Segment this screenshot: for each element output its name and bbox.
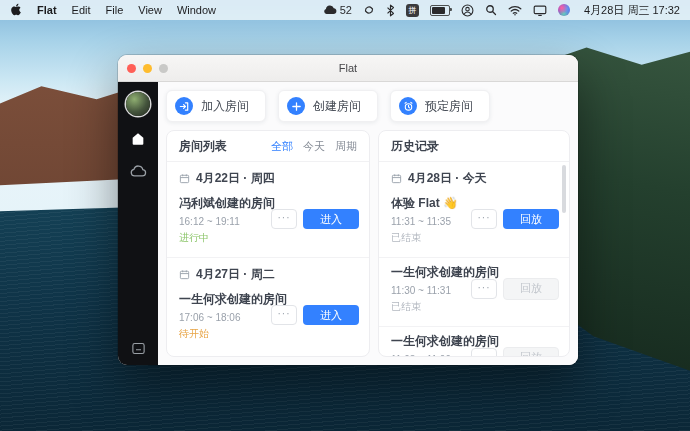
panels-row: 房间列表 全部 今天 周期 4月22日 · 周四 冯 [166, 130, 570, 357]
join-room-button[interactable]: 加入房间 [166, 90, 266, 122]
tab-periodic[interactable]: 周期 [335, 139, 357, 154]
room-list-panel: 房间列表 全部 今天 周期 4月22日 · 周四 冯 [166, 130, 370, 357]
main-content: 加入房间 创建房间 预定房间 [158, 82, 578, 365]
search-icon[interactable] [485, 4, 497, 16]
menu-item-window[interactable]: Window [177, 4, 216, 16]
avatar[interactable] [126, 92, 150, 116]
more-button[interactable]: ··· [271, 209, 297, 229]
enter-room-button[interactable]: 进入 [303, 209, 359, 229]
feedback-icon[interactable] [129, 339, 147, 357]
join-room-icon [175, 97, 193, 115]
history-room-status: 已结束 [391, 300, 557, 314]
book-room-icon [399, 97, 417, 115]
window-body: 加入房间 创建房间 预定房间 [118, 82, 578, 365]
history-actions: ··· 回放 [471, 278, 559, 300]
tab-today[interactable]: 今天 [303, 139, 325, 154]
action-buttons-row: 加入房间 创建房间 预定房间 [166, 90, 570, 122]
calendar-icon [179, 269, 190, 280]
create-room-button[interactable]: 创建房间 [278, 90, 378, 122]
history-actions: ··· 回放 [471, 209, 559, 229]
more-button[interactable]: ··· [271, 305, 297, 325]
app-sidebar [118, 82, 158, 365]
replay-button-disabled: 回放 [503, 278, 559, 300]
room-list-tabs: 全部 今天 周期 [271, 139, 357, 154]
room-actions: ··· 进入 [271, 305, 359, 325]
room-actions: ··· 进入 [271, 209, 359, 229]
battery-icon[interactable] [430, 5, 450, 16]
siri-icon[interactable] [558, 4, 570, 16]
weather-badge-count: 52 [340, 4, 352, 16]
menu-item-edit[interactable]: Edit [72, 4, 91, 16]
menu-item-view[interactable]: View [138, 4, 162, 16]
history-item: 体验 Flat 👋 11:31 ~ 11:35 已结束 ··· 回放 [379, 189, 569, 253]
room-item: 一生何求创建的房间 17:06 ~ 18:06 待开始 ··· 进入 [167, 285, 369, 349]
input-method-icon[interactable]: 拼 [406, 4, 419, 17]
replay-button[interactable]: 回放 [503, 209, 559, 229]
history-header: 历史记录 [379, 131, 569, 162]
book-room-label: 预定房间 [425, 98, 473, 115]
room-list-title: 房间列表 [179, 138, 227, 155]
create-room-label: 创建房间 [313, 98, 361, 115]
history-panel: 历史记录 4月28日 · 今天 体验 Flat 👋 11:31 ~ 11:35 … [378, 130, 570, 357]
more-button[interactable]: ··· [471, 279, 497, 299]
cloud-storage-icon[interactable] [129, 162, 147, 180]
menu-bar-menus: Flat Edit File View Window [10, 3, 216, 18]
history-room-status: 已结束 [391, 231, 557, 245]
wifi-icon[interactable] [508, 5, 522, 16]
history-title: 历史记录 [391, 138, 439, 155]
room-list-header: 房间列表 全部 今天 周期 [167, 131, 369, 162]
cloud-weather-icon[interactable]: 52 [323, 4, 352, 16]
account-icon[interactable] [461, 4, 474, 17]
window-titlebar[interactable]: Flat [118, 55, 578, 82]
history-scrollbar[interactable] [562, 165, 566, 213]
book-room-button[interactable]: 预定房间 [390, 90, 490, 122]
more-button[interactable]: ··· [471, 348, 497, 357]
room-group-date: 4月27日 · 周二 [167, 258, 369, 285]
more-button[interactable]: ··· [471, 209, 497, 229]
join-room-label: 加入房间 [201, 98, 249, 115]
tab-all[interactable]: 全部 [271, 139, 293, 154]
history-item: 一生何求创建的房间 11:30 ~ 11:31 已结束 ··· 回放 [379, 258, 569, 322]
apple-menu-icon[interactable] [10, 3, 22, 18]
history-actions: ··· 回放 [471, 347, 559, 357]
room-group-date: 4月22日 · 周四 [167, 162, 369, 189]
menu-bar-status-area: 52 拼 4月28日 周三 17:32 [323, 3, 680, 18]
history-group-date-label: 4月28日 · 今天 [408, 170, 487, 187]
display-icon[interactable] [533, 5, 547, 16]
menu-bar: Flat Edit File View Window 52 拼 [0, 0, 690, 20]
bluetooth-icon[interactable] [386, 4, 395, 17]
calendar-icon [179, 173, 190, 184]
home-icon[interactable] [129, 130, 147, 148]
room-group-date-label: 4月22日 · 周四 [196, 170, 275, 187]
window-title: Flat [118, 62, 578, 74]
room-item: 冯利斌创建的房间 16:12 ~ 19:11 进行中 ··· 进入 [167, 189, 369, 253]
calendar-icon [391, 173, 402, 184]
menu-item-flat[interactable]: Flat [37, 4, 57, 16]
history-item: 一生何求创建的房间 11:08 ~ 11:09 已结束 ··· 回放 [379, 327, 569, 357]
room-group-date-label: 4月27日 · 周二 [196, 266, 275, 283]
room-status: 进行中 [179, 231, 357, 245]
replay-button-disabled: 回放 [503, 347, 559, 357]
menu-item-file[interactable]: File [106, 4, 124, 16]
flat-window: Flat [118, 55, 578, 365]
enter-room-button[interactable]: 进入 [303, 305, 359, 325]
room-status: 待开始 [179, 327, 357, 341]
history-group-date: 4月28日 · 今天 [379, 162, 569, 189]
menu-bar-clock[interactable]: 4月28日 周三 17:32 [584, 3, 680, 18]
room-list-footer: 已加载全部 [167, 349, 369, 357]
desktop: Flat Edit File View Window 52 拼 [0, 0, 690, 431]
create-room-icon [287, 97, 305, 115]
sync-icon[interactable] [363, 4, 375, 16]
